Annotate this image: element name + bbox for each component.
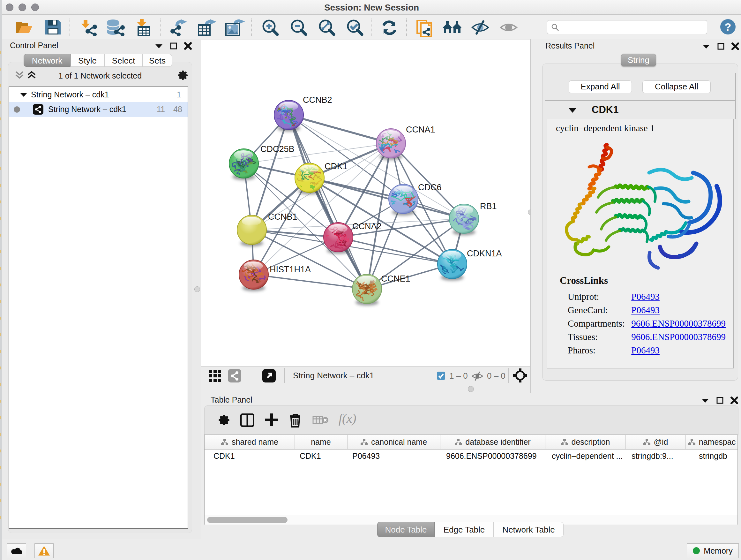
svg-text:CDK1: CDK1 xyxy=(325,162,347,171)
svg-text:RB1: RB1 xyxy=(480,201,497,211)
svg-text:CDC6: CDC6 xyxy=(418,183,442,192)
svg-text:?: ? xyxy=(725,21,731,33)
svg-text:HIST1H1A: HIST1H1A xyxy=(270,265,311,274)
svg-text:CCNB2: CCNB2 xyxy=(303,95,332,105)
svg-text:CCNB1: CCNB1 xyxy=(268,212,297,222)
svg-text:CDC25B: CDC25B xyxy=(260,144,294,154)
svg-text:CDKN1A: CDKN1A xyxy=(467,249,502,258)
svg-text:CCNA1: CCNA1 xyxy=(406,125,435,134)
svg-text:CCNE1: CCNE1 xyxy=(381,274,410,284)
svg-text:CCNA2: CCNA2 xyxy=(352,222,382,231)
